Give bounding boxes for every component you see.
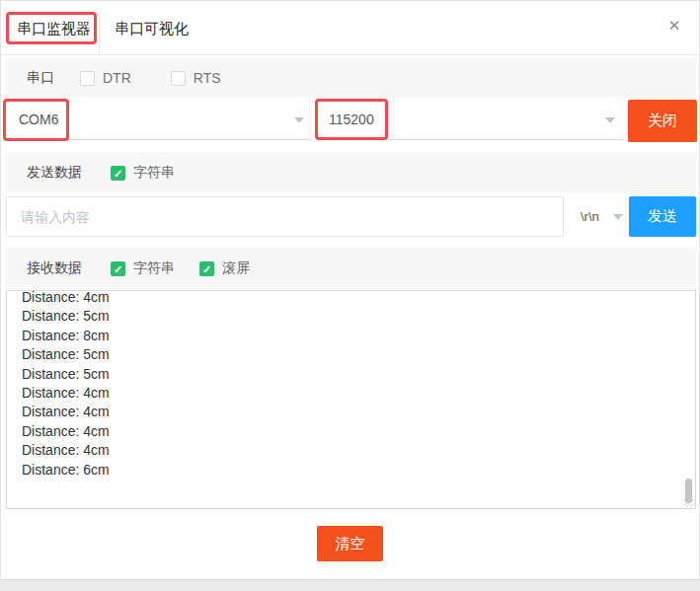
tab-bar: 串口监视器 串口可视化 ✕ [1, 1, 699, 55]
send-button[interactable]: 发送 [629, 196, 696, 237]
dtr-checkbox[interactable]: DTR [80, 70, 131, 86]
rts-checkbox[interactable]: RTS [171, 70, 221, 86]
checkmark-icon[interactable]: ✓ [111, 166, 125, 181]
send-section-header: 发送数据 ✓ 字符串 [6, 152, 696, 193]
resize-grip-icon[interactable] [684, 497, 694, 507]
baud-select[interactable]: 115200 [317, 100, 623, 140]
tab-serial-visualization[interactable]: 串口可视化 [115, 1, 189, 55]
rts-checkbox-box[interactable] [171, 71, 186, 86]
page-background-strip [0, 580, 700, 591]
close-port-button[interactable]: 关闭 [628, 100, 697, 142]
send-string-checkbox[interactable]: ✓ 字符串 [111, 164, 175, 182]
send-string-checkbox-label: 字符串 [133, 164, 175, 182]
dtr-checkbox-box[interactable] [80, 71, 95, 86]
autoscroll-checkbox[interactable]: ✓ 滚屏 [199, 259, 250, 277]
autoscroll-checkbox-label: 滚屏 [222, 259, 250, 277]
checkmark-icon[interactable]: ✓ [199, 261, 214, 276]
receive-line: Distance: 4cm [22, 441, 695, 460]
receive-string-checkbox-label: 字符串 [133, 259, 175, 277]
baud-select-value: 115200 [329, 100, 374, 140]
receive-line: Distance: 5cm [22, 365, 695, 384]
receive-output[interactable]: Distance: 4cmDistance: 5cmDistance: 8cmD… [6, 290, 696, 509]
receive-line: Distance: 5cm [22, 345, 695, 364]
receive-output-lines: Distance: 4cmDistance: 5cmDistance: 8cmD… [7, 290, 695, 480]
receive-string-checkbox[interactable]: ✓ 字符串 [111, 259, 175, 277]
receive-line: Distance: 4cm [22, 422, 695, 441]
close-icon[interactable]: ✕ [663, 15, 685, 37]
chevron-down-icon [605, 117, 615, 123]
receive-line: Distance: 8cm [22, 327, 695, 345]
receive-line: Distance: 4cm [22, 384, 695, 403]
serial-section-header: 串口 DTR RTS [6, 58, 696, 98]
receive-section-header: 接收数据 ✓ 字符串 ✓ 滚屏 [6, 248, 696, 289]
tab-separator [99, 11, 100, 55]
receive-line: Distance: 5cm [22, 307, 695, 326]
send-input[interactable] [6, 196, 564, 237]
send-section-label: 发送数据 [27, 164, 82, 182]
checkmark-icon[interactable]: ✓ [111, 261, 125, 276]
receive-line: Distance: 4cm [22, 403, 695, 421]
serial-section-label: 串口 [27, 69, 54, 87]
receive-line: Distance: 6cm [22, 461, 695, 480]
serial-monitor-dialog: 串口监视器 串口可视化 ✕ 串口 DTR RTS COM6 115200 关闭 … [0, 0, 700, 580]
receive-section-label: 接收数据 [27, 259, 82, 277]
clear-button[interactable]: 清空 [317, 526, 383, 561]
line-ending-select[interactable]: \r\n [576, 196, 625, 237]
dtr-checkbox-label: DTR [103, 70, 131, 86]
tab-serial-monitor[interactable]: 串口监视器 [17, 1, 91, 55]
port-select-value: COM6 [19, 100, 58, 140]
rts-checkbox-label: RTS [194, 70, 221, 86]
chevron-down-icon [613, 214, 623, 220]
chevron-down-icon [294, 117, 304, 123]
line-ending-value: \r\n [581, 196, 599, 237]
port-select[interactable]: COM6 [6, 100, 312, 140]
receive-line: Distance: 4cm [22, 290, 695, 307]
